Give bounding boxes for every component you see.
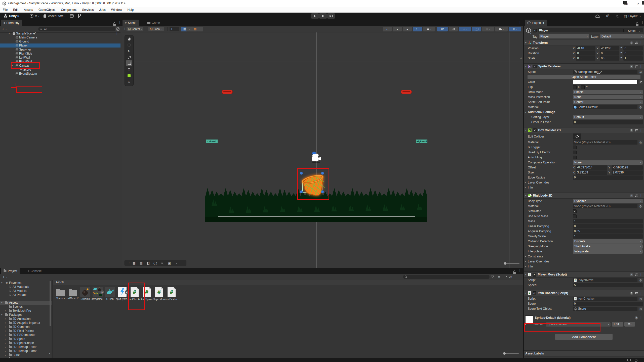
foldout-arrow[interactable]: ▾	[525, 129, 527, 131]
component-menu-icon[interactable]: ⋮	[639, 194, 642, 197]
view-tool-button[interactable]	[126, 36, 132, 42]
expand-subassets-icon[interactable]: ▸	[100, 290, 104, 294]
grid-plane-button[interactable]: ▦	[131, 260, 137, 266]
shaded-button[interactable]: ●	[403, 27, 412, 31]
scene-view-slider[interactable]	[504, 263, 519, 264]
overlay-drag-handle[interactable]: ⋮⋮	[126, 262, 130, 264]
asset-labels-section[interactable]: Asset Labels	[524, 350, 644, 356]
scale-tool-button[interactable]	[126, 54, 132, 60]
tab-console[interactable]: ≡ Console	[25, 268, 44, 274]
camera-gizmo-icon[interactable]	[311, 154, 322, 163]
menu-file[interactable]: File	[0, 7, 10, 13]
position-y-field[interactable]: -2.1206	[600, 46, 619, 51]
foldout-layer-overrides[interactable]: ▸Layer Overrides	[524, 180, 644, 185]
step-button[interactable]	[327, 13, 335, 19]
position-x-field[interactable]: -0.48	[576, 46, 595, 51]
lighting-toggle[interactable]: ☾	[413, 27, 422, 31]
component-menu-icon[interactable]: ⋮	[639, 128, 642, 132]
icon-size-slider[interactable]	[503, 353, 519, 354]
expand-arrow[interactable]: ▸	[5, 350, 6, 352]
help-icon[interactable]: ?	[630, 292, 633, 295]
project-search-input[interactable]	[403, 275, 490, 279]
expand-arrow[interactable]: ▾	[1, 301, 3, 304]
globe-button[interactable]: ◯	[152, 260, 158, 266]
expand-arrow[interactable]: ▸	[5, 338, 6, 340]
auto-tiling-checkbox[interactable]	[573, 156, 577, 159]
console-status-icon[interactable]	[627, 359, 631, 362]
simulated-checkbox[interactable]: ✓	[573, 209, 577, 213]
effects-dropdown[interactable]: ▾	[459, 27, 471, 31]
background-tasks-icon[interactable]	[634, 359, 637, 362]
menu-window[interactable]: Window	[108, 7, 125, 13]
hierarchy-item-spawner[interactable]: Spawner	[0, 48, 120, 52]
linear-damping-field[interactable]: 0	[573, 224, 643, 229]
layout-dropdown[interactable]: Layout	[628, 14, 637, 18]
constrain-proportions-icon[interactable]: ⊘	[520, 57, 522, 60]
search-icon[interactable]	[616, 15, 619, 18]
object-picker-icon[interactable]: ◎	[639, 140, 643, 145]
undo-history-icon[interactable]: ↺	[606, 14, 609, 18]
object-picker-icon[interactable]: ◎	[639, 105, 643, 109]
expand-arrow[interactable]: ▸	[5, 318, 6, 320]
color-swatch[interactable]	[573, 80, 637, 84]
help-icon[interactable]: ?	[630, 41, 633, 44]
project-tree-assets[interactable]: ▾Assets	[0, 301, 52, 305]
asset-fish[interactable]: Fish	[104, 286, 116, 300]
used-by-effector-checkbox[interactable]	[573, 151, 577, 154]
project-tree-2d-psd-importer[interactable]: ▸2D PSD Importer	[0, 333, 52, 337]
custom-tool-button[interactable]: ⊙	[126, 79, 132, 84]
project-tree-all-materials[interactable]: All Materials	[0, 285, 52, 289]
open-sprite-editor-button[interactable]: Open Sprite Editor	[528, 75, 640, 79]
project-tree-2d-tilemap-editor[interactable]: ▸2D Tilemap Editor	[0, 345, 52, 349]
foldout-arrow[interactable]: ▾	[525, 65, 527, 68]
component-menu-icon[interactable]: ⋮	[639, 316, 642, 320]
help-icon[interactable]: ?	[630, 129, 633, 132]
hierarchy-item-player[interactable]: Player	[0, 43, 120, 48]
component-enabled-checkbox[interactable]: ✓	[533, 291, 536, 295]
tool-handle-position-button[interactable]: ◱ Center ▾	[127, 27, 143, 31]
menu-help[interactable]: Help	[125, 7, 137, 13]
layers-dropdown[interactable]: ≣▾	[482, 27, 494, 31]
rect-tool-button[interactable]	[126, 60, 132, 66]
composite-operation-dropdown[interactable]: None▾	[573, 160, 643, 165]
camera-settings-dropdown[interactable]: ▾	[495, 27, 508, 31]
object-picker-icon[interactable]: ◎	[639, 278, 643, 282]
project-tree-2d-common[interactable]: ▸2D Common	[0, 325, 52, 329]
menu-assets[interactable]: Assets	[21, 7, 36, 13]
expand-arrow[interactable]: ▸	[5, 322, 6, 324]
expand-arrow[interactable]: ▾	[1, 282, 3, 284]
tab-hierarchy[interactable]: ≡ Hierarchy	[1, 20, 22, 26]
foldout-info[interactable]: ▸Info	[524, 264, 644, 269]
lock-icon[interactable]	[513, 272, 516, 274]
tag-dropdown[interactable]: Player▾	[539, 34, 589, 38]
hierarchy-item-rightside[interactable]: RightSide	[0, 52, 120, 56]
foldout-arrow[interactable]: ▾	[525, 194, 527, 197]
asset-bomb[interactable]: Bomb	[79, 286, 91, 300]
add-component-button[interactable]: Add Component	[555, 334, 613, 340]
expand-arrow[interactable]: ▸	[5, 330, 6, 332]
material-object-field[interactable]: None (Physics Material 2D)	[573, 140, 637, 145]
lock-icon[interactable]	[636, 24, 638, 26]
capture-button[interactable]: ▣	[166, 260, 173, 266]
project-tree-2d-animation[interactable]: ▸2D Animation	[0, 317, 52, 321]
audio-mute-toggle[interactable]	[449, 27, 458, 31]
transform-tool-button[interactable]: ⊡	[126, 66, 132, 72]
gravity-scale-field[interactable]: 1	[573, 234, 643, 239]
snap-options-dropdown[interactable]: ▾	[197, 27, 203, 31]
rotate-tool-button[interactable]: ↻	[126, 48, 132, 54]
expand-arrow[interactable]: ▾	[1, 313, 3, 316]
project-tree-scenes[interactable]: Scenes	[0, 305, 52, 309]
tree-scrollbar[interactable]	[50, 281, 51, 326]
component-menu-icon[interactable]: ⋮	[639, 41, 642, 44]
material-swatch[interactable]	[525, 315, 533, 324]
project-tree-2d-spriteshape[interactable]: ▸2D SpriteShape	[0, 341, 52, 345]
component-header-rigidbody-2d[interactable]: ▾Rigidbody 2D?⋮	[524, 193, 644, 199]
hierarchy-item-eventsystem[interactable]: EventSystem	[0, 72, 120, 76]
component-header-box-collider-2d[interactable]: ▾✓Box Collider 2D?⋮	[524, 127, 644, 133]
component-menu-icon[interactable]: ⋮	[639, 291, 642, 295]
create-add-button[interactable]: +	[2, 27, 4, 31]
search-by-type-icon[interactable]	[491, 276, 494, 279]
menu-jobs[interactable]: Jobs	[96, 7, 108, 13]
project-tree-2d-pixel-perfect[interactable]: ▸2D Pixel Perfect	[0, 329, 52, 333]
gizmos-dropdown[interactable]: ⊕▾	[509, 27, 521, 31]
